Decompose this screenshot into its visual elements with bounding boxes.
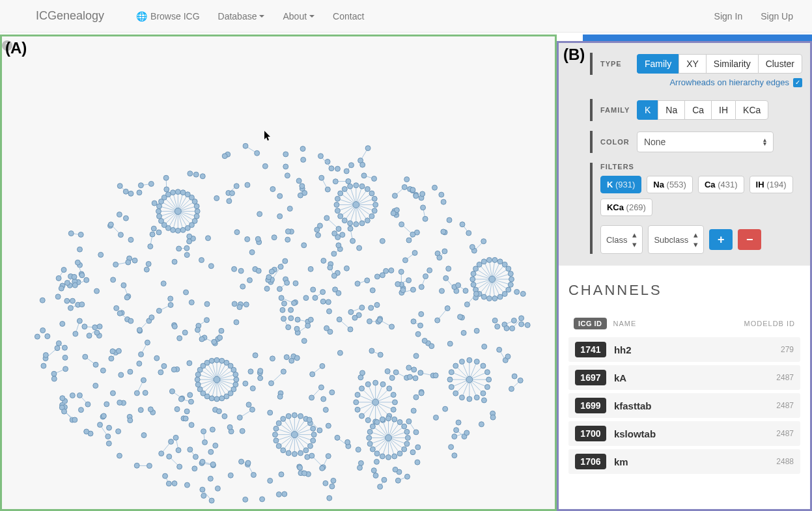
name-header[interactable]: NAME — [613, 320, 637, 327]
svg-point-885 — [266, 275, 272, 280]
filter-pill-ih[interactable]: IH (194) — [749, 176, 793, 193]
svg-point-1001 — [316, 232, 321, 238]
svg-point-842 — [296, 178, 301, 184]
channel-row[interactable]: 1699kfasttab2487 — [568, 393, 800, 418]
svg-point-851 — [464, 430, 469, 435]
color-select[interactable]: None ▴▾ — [637, 131, 774, 152]
svg-point-928 — [200, 459, 205, 464]
family-btn-k[interactable]: K — [637, 100, 658, 120]
svg-point-790 — [117, 400, 122, 405]
svg-point-826 — [367, 319, 372, 324]
type-btn-family[interactable]: Family — [637, 54, 679, 74]
nav-database[interactable]: Database — [209, 1, 274, 31]
family-btn-na[interactable]: Na — [658, 100, 684, 120]
svg-point-410 — [227, 199, 232, 204]
svg-point-874 — [350, 238, 356, 243]
svg-point-367 — [114, 305, 119, 311]
svg-point-615 — [474, 328, 479, 333]
icg-id-header[interactable]: ICG ID — [574, 318, 607, 329]
svg-point-560 — [200, 487, 205, 492]
subclass-select[interactable]: Subclass ▴▾ — [648, 225, 704, 254]
channel-row[interactable]: 1697kA2487 — [568, 365, 800, 390]
svg-point-813 — [283, 164, 288, 169]
svg-point-354 — [182, 330, 188, 335]
svg-point-434 — [204, 318, 210, 323]
svg-point-248 — [365, 381, 371, 387]
remove-filter-button[interactable]: − — [738, 229, 761, 250]
type-btn-similarity[interactable]: Similarity — [706, 54, 758, 74]
type-btn-cluster[interactable]: Cluster — [758, 54, 802, 74]
visualization-panel[interactable]: ? (A) — [0, 35, 557, 511]
family-btn-ih[interactable]: IH — [711, 100, 735, 120]
svg-point-283 — [370, 424, 375, 429]
svg-point-739 — [68, 231, 74, 236]
add-filter-button[interactable]: + — [709, 229, 733, 250]
svg-point-886 — [283, 152, 288, 157]
network-graph[interactable] — [2, 36, 555, 509]
svg-point-651 — [331, 273, 337, 279]
svg-point-203 — [273, 438, 279, 443]
family-btn-ca[interactable]: Ca — [684, 100, 711, 120]
filter-pill-ca[interactable]: Ca (431) — [698, 176, 744, 193]
channel-id: 1706 — [575, 454, 606, 469]
svg-point-871 — [123, 215, 128, 221]
svg-point-267 — [392, 454, 397, 459]
nav-about[interactable]: About — [273, 1, 324, 31]
brand[interactable]: ICGenealogy — [10, 9, 127, 23]
modeldb-header[interactable]: MODELDB ID — [744, 320, 795, 327]
svg-point-951 — [168, 303, 173, 308]
svg-point-1007 — [177, 336, 182, 341]
channels-title: CHANNELS — [568, 282, 800, 299]
subclass-label: Subclass — [654, 235, 688, 245]
svg-point-285 — [374, 419, 380, 424]
filters-content: FILTERS K (931)Na (553)Ca (431)IH (194)K… — [600, 163, 802, 254]
channel-name: hh2 — [614, 344, 632, 355]
filter-pill-na[interactable]: Na (553) — [647, 176, 693, 193]
nav-contact[interactable]: Contact — [324, 1, 373, 31]
svg-point-769 — [427, 268, 432, 273]
svg-point-626 — [121, 283, 126, 288]
channel-modeldb: 2487 — [776, 401, 794, 410]
channel-row[interactable]: 1706km2488 — [568, 449, 800, 474]
svg-point-146 — [219, 396, 225, 401]
family-btn-kca[interactable]: KCa — [735, 100, 768, 120]
type-btn-xy[interactable]: XY — [679, 54, 706, 74]
arrowhead-row: Arrowheads on hierarchy edges ✓ — [590, 77, 802, 87]
filter-pill-k[interactable]: K (931) — [600, 176, 641, 193]
svg-point-519 — [257, 212, 262, 217]
svg-point-648 — [413, 430, 419, 435]
svg-point-818 — [246, 402, 251, 407]
nav-signup[interactable]: Sign Up — [751, 1, 802, 31]
svg-point-583 — [329, 166, 334, 171]
svg-point-557 — [373, 473, 378, 478]
svg-point-589 — [240, 428, 245, 434]
nav-browse[interactable]: 🌐 Browse ICG — [127, 1, 208, 31]
svg-point-663 — [237, 415, 242, 420]
svg-point-912 — [324, 215, 329, 221]
svg-point-1006 — [429, 344, 434, 349]
class-row: Class ▴▾ Subclass ▴▾ + − — [600, 225, 802, 254]
svg-point-1036 — [108, 222, 113, 227]
svg-point-193 — [298, 450, 303, 456]
channel-id: 1741 — [575, 342, 606, 357]
svg-point-810 — [132, 258, 137, 263]
channel-row[interactable]: 1700kslowtab2487 — [568, 421, 800, 446]
svg-point-682 — [168, 296, 173, 301]
svg-point-910 — [505, 354, 511, 359]
right-wrapper: (B) TYPE FamilyXYSimilarityCluster Arrow… — [557, 35, 812, 511]
svg-point-828 — [107, 425, 112, 430]
svg-point-1015 — [440, 288, 445, 294]
svg-point-183 — [214, 376, 220, 383]
filters-section: FILTERS K (931)Na (553)Ca (431)IH (194)K… — [590, 163, 802, 254]
svg-point-504 — [148, 407, 153, 412]
filter-pill-kca[interactable]: KCa (269) — [600, 199, 652, 216]
svg-point-655 — [237, 305, 242, 310]
svg-point-833 — [413, 376, 418, 381]
nav-signin[interactable]: Sign In — [705, 1, 752, 31]
class-select[interactable]: Class ▴▾ — [600, 225, 643, 254]
svg-point-238 — [359, 413, 365, 419]
svg-point-1030 — [371, 468, 376, 473]
arrowhead-checkbox[interactable]: ✓ — [793, 78, 802, 87]
channel-row[interactable]: 1741hh2279 — [568, 337, 800, 362]
svg-point-404 — [289, 358, 294, 363]
